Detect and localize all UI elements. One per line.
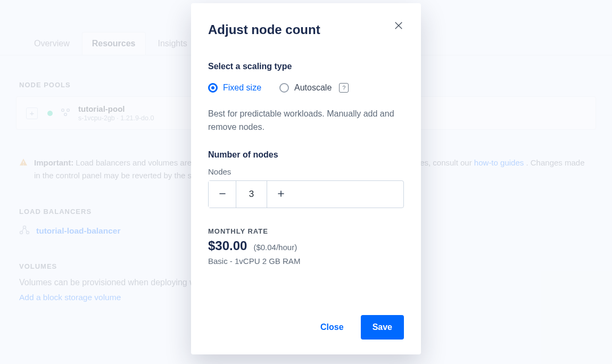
adjust-node-count-modal: Adjust node count Select a scaling type … xyxy=(191,3,421,354)
decrement-button[interactable] xyxy=(209,181,236,208)
radio-fixed-label: Fixed size xyxy=(223,83,261,93)
nodes-label: Nodes xyxy=(208,167,404,176)
monthly-rate-label: MONTHLY RATE xyxy=(208,227,404,235)
help-icon[interactable]: ? xyxy=(339,83,349,93)
price-hourly: ($0.04/hour) xyxy=(253,243,297,252)
radio-selected-icon xyxy=(208,83,218,93)
radio-autoscale[interactable]: Autoscale ? xyxy=(279,83,349,93)
nodes-value: 3 xyxy=(236,181,267,208)
modal-overlay: Adjust node count Select a scaling type … xyxy=(0,0,612,364)
save-button[interactable]: Save xyxy=(361,315,404,340)
scaling-type-heading: Select a scaling type xyxy=(208,62,404,71)
modal-actions: Close Save xyxy=(208,315,404,340)
scaling-type-options: Fixed size Autoscale ? xyxy=(208,83,404,93)
modal-title: Adjust node count xyxy=(208,22,404,37)
node-spec: Basic - 1vCPU 2 GB RAM xyxy=(208,257,404,266)
increment-button[interactable] xyxy=(267,181,295,208)
scaling-hint: Best for predictable workloads. Manually… xyxy=(208,107,404,134)
nodes-heading: Number of nodes xyxy=(208,150,404,160)
radio-unselected-icon xyxy=(279,83,289,93)
radio-autoscale-label: Autoscale xyxy=(294,83,332,93)
price-amount: $30.00 xyxy=(208,238,247,253)
radio-fixed-size[interactable]: Fixed size xyxy=(208,83,261,93)
close-icon[interactable] xyxy=(393,20,406,33)
nodes-stepper: 3 xyxy=(208,180,404,208)
close-button[interactable]: Close xyxy=(309,315,355,340)
